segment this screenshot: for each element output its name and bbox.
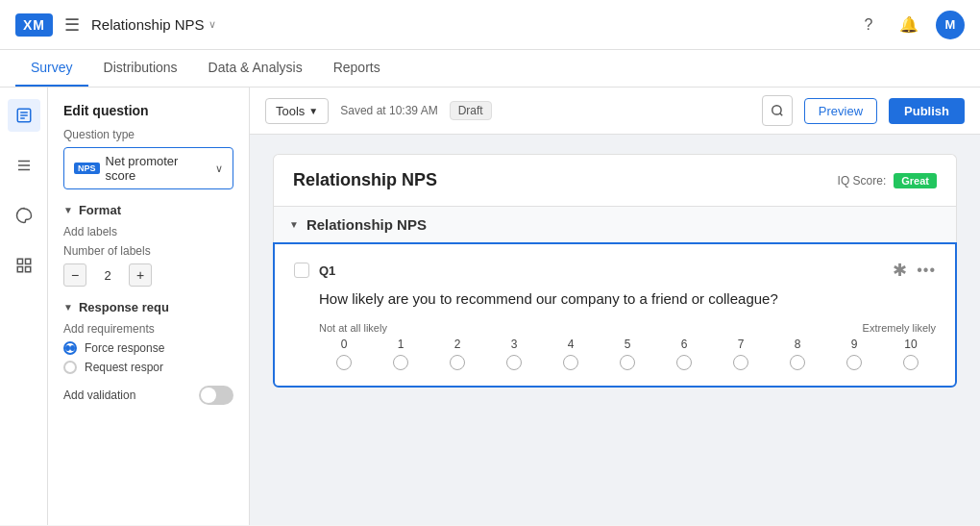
nps-radio-0[interactable]: [319, 355, 369, 370]
svg-rect-10: [25, 267, 30, 272]
nps-radios: [319, 355, 936, 370]
svg-rect-7: [17, 259, 22, 263]
help-icon[interactable]: ?: [855, 12, 882, 38]
grid-nav-icon[interactable]: [8, 249, 40, 282]
force-response-option[interactable]: Force response: [63, 341, 233, 355]
notification-icon[interactable]: 🔔: [895, 12, 922, 38]
format-label: Format: [79, 203, 121, 217]
question-section-header[interactable]: ▼ Relationship NPS: [273, 206, 957, 242]
nps-number-1: 1: [376, 338, 426, 351]
nps-radio-circle-6[interactable]: [676, 355, 692, 370]
nps-number-0: 0: [319, 338, 369, 351]
saved-status: Saved at 10:39 AM: [340, 104, 437, 117]
list-nav-icon[interactable]: [8, 149, 40, 182]
nps-radio-circle-10[interactable]: [903, 355, 919, 370]
force-response-label: Force response: [85, 341, 164, 355]
nps-radio-circle-4[interactable]: [563, 355, 578, 370]
increase-labels-button[interactable]: +: [129, 263, 152, 287]
request-response-option[interactable]: Request respor: [63, 361, 233, 374]
question-card: Q1 ✱ ••• How likely are you to recommend…: [273, 242, 957, 388]
response-label: Response requ: [79, 300, 169, 314]
tab-data-analysis[interactable]: Data & Analysis: [193, 50, 318, 87]
question-card-header: Q1 ✱ •••: [294, 260, 936, 281]
number-control: − 2 +: [63, 263, 233, 287]
nps-scale: Not at all likely Extremely likely 01234…: [319, 322, 936, 370]
tab-survey[interactable]: Survey: [15, 50, 88, 87]
main-layout: Edit question Question type NPS Net prom…: [0, 88, 980, 525]
response-arrow-icon: ▼: [63, 302, 73, 313]
nps-number-9: 9: [829, 338, 879, 351]
request-response-radio[interactable]: [63, 361, 77, 374]
required-star-icon[interactable]: ✱: [893, 260, 907, 281]
add-requirements-label: Add requirements: [63, 322, 233, 336]
scale-left-label: Not at all likely: [319, 322, 387, 334]
survey-title-row: Relationship NPS IQ Score: Great: [273, 154, 957, 206]
nps-number-6: 6: [659, 338, 709, 351]
nps-radio-5[interactable]: [602, 355, 652, 370]
question-text: How likely are you to recommend our comp…: [319, 290, 936, 307]
iq-badge: Great: [894, 173, 937, 188]
left-icon-panel: [0, 88, 48, 525]
nps-number-8: 8: [772, 338, 822, 351]
nps-radio-10[interactable]: [886, 355, 936, 370]
side-panel: Edit question Question type NPS Net prom…: [48, 88, 250, 525]
nps-radio-4[interactable]: [546, 355, 596, 370]
add-labels-label: Add labels: [63, 225, 233, 238]
nps-radio-6[interactable]: [659, 355, 709, 370]
preview-button[interactable]: Preview: [804, 98, 877, 124]
tab-reports[interactable]: Reports: [318, 50, 396, 87]
decrease-labels-button[interactable]: −: [63, 263, 86, 287]
svg-line-12: [780, 113, 783, 116]
tab-distributions[interactable]: Distributions: [88, 50, 193, 87]
nps-radio-3[interactable]: [489, 355, 539, 370]
format-section-header[interactable]: ▼ Format: [63, 203, 233, 217]
iq-label: IQ Score:: [838, 174, 887, 188]
nps-radio-circle-8[interactable]: [790, 355, 805, 370]
request-response-label: Request respor: [85, 361, 163, 374]
user-avatar[interactable]: M: [936, 11, 965, 39]
section-title: Relationship NPS: [306, 216, 427, 233]
nps-radio-8[interactable]: [772, 355, 822, 370]
svg-rect-8: [25, 259, 30, 263]
publish-button[interactable]: Publish: [889, 98, 965, 124]
response-section-header[interactable]: ▼ Response requ: [63, 300, 233, 314]
toolbar: Tools ▼ Saved at 10:39 AM Draft Preview …: [250, 88, 980, 135]
nps-radio-7[interactable]: [716, 355, 766, 370]
validation-toggle[interactable]: [199, 386, 233, 405]
nps-radio-circle-7[interactable]: [733, 355, 748, 370]
project-title[interactable]: Relationship NPS ∨: [91, 16, 216, 33]
tools-button[interactable]: Tools ▼: [265, 98, 329, 124]
nps-radio-circle-5[interactable]: [620, 355, 635, 370]
nps-radio-2[interactable]: [432, 355, 482, 370]
more-options-icon[interactable]: •••: [917, 262, 936, 279]
validation-label: Add validation: [63, 388, 135, 402]
question-number: Q1: [319, 263, 883, 278]
nps-number-4: 4: [546, 338, 596, 351]
nps-radio-9[interactable]: [829, 355, 879, 370]
nps-number-2: 2: [432, 338, 482, 351]
nps-radio-1[interactable]: [376, 355, 426, 370]
scale-right-label: Extremely likely: [863, 322, 936, 334]
top-nav: XM ☰ Relationship NPS ∨ ? 🔔 M: [0, 0, 980, 50]
nps-radio-circle-1[interactable]: [393, 355, 408, 370]
question-type-dropdown[interactable]: NPS Net promoter score ∨: [63, 147, 233, 189]
svg-rect-9: [17, 267, 22, 272]
format-arrow-icon: ▼: [63, 205, 73, 215]
svg-point-11: [772, 106, 781, 114]
search-button[interactable]: [762, 95, 793, 126]
iq-score-area: IQ Score: Great: [838, 173, 937, 188]
force-response-radio[interactable]: [63, 341, 77, 355]
question-type-value: Net promoter score: [106, 154, 209, 183]
nps-radio-circle-0[interactable]: [336, 355, 352, 370]
nps-numbers: 012345678910: [319, 338, 936, 351]
nps-radio-circle-2[interactable]: [450, 355, 465, 370]
theme-nav-icon[interactable]: [8, 199, 40, 232]
tools-chevron-icon: ▼: [308, 106, 318, 116]
nps-number-10: 10: [886, 338, 936, 351]
question-checkbox[interactable]: [294, 263, 309, 278]
nps-radio-circle-9[interactable]: [846, 355, 862, 370]
survey-nav-icon[interactable]: [8, 99, 40, 132]
labels-count: 2: [94, 268, 121, 283]
nps-radio-circle-3[interactable]: [506, 355, 522, 370]
hamburger-icon[interactable]: ☰: [64, 14, 80, 36]
